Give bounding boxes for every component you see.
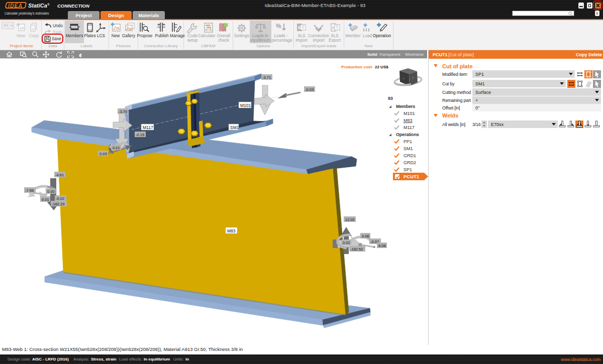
svg-text:-7.56: -7.56 [25,188,34,193]
svg-text:-0.02: -0.02 [56,196,64,201]
svg-text:-3.71: -3.71 [262,75,271,80]
svg-text:Production cost: Production cost [341,65,372,69]
svg-text:-162.29: -162.29 [52,202,64,206]
svg-text:-0.03: -0.03 [305,87,314,92]
svg-text:-0.15: -0.15 [136,133,144,137]
svg-text:SM1: SM1 [230,125,239,130]
svg-text:0.06: 0.06 [362,234,369,238]
svg-text:M101: M101 [240,103,251,108]
svg-text:M117: M117 [143,125,153,130]
svg-text:12.02: 12.02 [345,217,355,222]
svg-text:-4.61: -4.61 [55,173,64,177]
svg-text:0.03: 0.03 [99,152,107,156]
svg-text:%: % [276,23,281,30]
svg-text:8.08: 8.08 [378,244,386,248]
svg-text:-3.70: -3.70 [119,109,127,114]
svg-text:X: X [332,26,335,30]
svg-text:M83: M83 [227,228,236,233]
svg-text:0.02: 0.02 [343,240,350,245]
svg-text:-162.52: -162.52 [350,247,363,252]
svg-text:0.00: 0.00 [47,189,55,194]
svg-text:0.01: 0.01 [42,197,49,202]
svg-text:X: X [298,25,301,30]
svg-text:0.01: 0.01 [113,146,120,150]
svg-text:-: - [372,64,373,69]
svg-text:22 US$: 22 US$ [375,65,388,69]
